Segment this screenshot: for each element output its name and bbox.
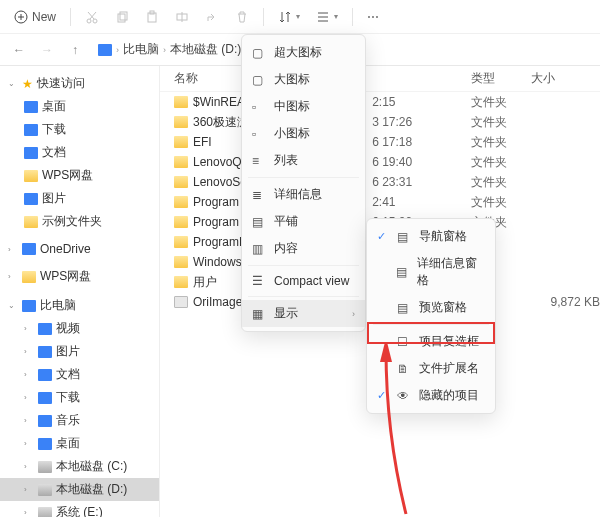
view-option-icon: ▫ [252,127,266,141]
sort-button[interactable]: ▾ [272,6,306,28]
table-row[interactable]: 360极速浏览器下载3 17:26文件夹 [160,112,600,132]
new-button[interactable]: New [8,6,62,28]
breadcrumb-item[interactable]: 本地磁盘 (D:) [170,41,241,58]
col-size[interactable]: 大小 [531,70,600,87]
menu-item-show[interactable]: ☐项目复选框 [367,328,495,355]
drive-icon [38,461,52,473]
table-row[interactable]: LenovoQMDownload6 19:40文件夹 [160,152,600,172]
menu-item-view[interactable]: ▤平铺 [242,208,365,235]
file-date: 2:41 [372,195,471,209]
col-date[interactable] [372,70,471,87]
sidebar-item-pictures[interactable]: 图片 [0,187,159,210]
menu-item-show[interactable]: ✓👁隐藏的项目 [367,382,495,409]
menu-label: 文件扩展名 [419,360,479,377]
option-icon: ▤ [397,301,411,315]
sidebar-item-videos[interactable]: ›视频 [0,317,159,340]
chevron-right-icon: › [24,416,34,425]
menu-label: Compact view [274,274,349,288]
paste-button[interactable] [139,6,165,28]
sidebar-item-downloads[interactable]: 下载 [0,118,159,141]
sidebar-wps-cloud[interactable]: ›WPS网盘 [0,265,159,288]
menu-item-view[interactable]: ▫中图标 [242,93,365,120]
menu-item-view[interactable]: ☰Compact view [242,269,365,293]
drive-icon [38,484,52,496]
more-button[interactable]: ⋯ [361,6,385,28]
sidebar-this-pc[interactable]: ⌄比电脑 [0,294,159,317]
menu-item-display[interactable]: ▦ 显示 › [242,300,365,327]
menu-item-view[interactable]: ▢超大图标 [242,39,365,66]
col-type[interactable]: 类型 [471,70,530,87]
drive-icon [38,507,52,518]
sidebar-item-desktop[interactable]: ›桌面 [0,432,159,455]
table-row[interactable]: EFI6 17:18文件夹 [160,132,600,152]
videos-icon [38,323,52,335]
downloads-icon [38,392,52,404]
desktop-icon [38,438,52,450]
delete-button[interactable] [229,6,255,28]
menu-item-show[interactable]: ▤预览窗格 [367,294,495,321]
view-button[interactable]: ▾ [310,6,344,28]
sidebar-label: 比电脑 [40,297,76,314]
menu-item-view[interactable]: ▥内容 [242,235,365,262]
pictures-icon [24,193,38,205]
star-icon: ★ [22,77,33,91]
file-type: 文件夹 [471,174,530,191]
desktop-icon [24,101,38,113]
table-row[interactable]: $WinREAgent2:15文件夹 [160,92,600,112]
sidebar-item-documents[interactable]: 文档 [0,141,159,164]
plus-icon [14,10,28,24]
option-icon: ▤ [397,230,411,244]
file-name: OriImage [193,295,242,309]
sidebar-item-desktop[interactable]: 桌面 [0,95,159,118]
svg-rect-3 [118,14,125,22]
copy-button[interactable] [109,6,135,28]
view-icon [316,10,330,24]
menu-item-view[interactable]: ≣详细信息 [242,181,365,208]
sidebar-item-sample[interactable]: 示例文件夹 [0,210,159,233]
file-name: Windows [193,255,242,269]
menu-item-view[interactable]: ▢大图标 [242,66,365,93]
sidebar-item-downloads[interactable]: ›下载 [0,386,159,409]
folder-icon [174,256,188,268]
copy-icon [115,10,129,24]
column-headers: 名称 类型 大小 [160,66,600,92]
display-icon: ▦ [252,307,266,321]
folder-icon [24,216,38,228]
share-button[interactable] [199,6,225,28]
sidebar-onedrive[interactable]: ›OneDrive [0,239,159,259]
sidebar: ⌄★快速访问 桌面 下载 文档 WPS网盘 图片 示例文件夹 ›OneDrive… [0,66,160,517]
sidebar-item-drive-e[interactable]: ›系统 (E:) [0,501,159,517]
view-option-icon: ▥ [252,242,266,256]
sidebar-item-wps[interactable]: WPS网盘 [0,164,159,187]
sidebar-item-drive-d[interactable]: ›本地磁盘 (D:) [0,478,159,501]
cut-button[interactable] [79,6,105,28]
rename-button[interactable] [169,6,195,28]
menu-item-view[interactable]: ≡列表 [242,147,365,174]
forward-button[interactable]: → [36,43,58,57]
sidebar-label: 桌面 [42,98,66,115]
chevron-right-icon: › [24,324,34,333]
sidebar-item-documents[interactable]: ›文档 [0,363,159,386]
menu-separator [248,296,359,297]
check-icon: ✓ [377,230,389,243]
option-icon: 🗎 [397,362,411,376]
up-button[interactable]: ↑ [64,43,86,57]
back-button[interactable]: ← [8,43,30,57]
menu-item-show[interactable]: ✓▤导航窗格 [367,223,495,250]
svg-point-1 [87,19,91,23]
breadcrumb-item[interactable]: 比电脑 [123,41,159,58]
menu-item-show[interactable]: ▤详细信息窗格 [367,250,495,294]
file-size: 9,872 KB [531,295,600,309]
sidebar-item-drive-c[interactable]: ›本地磁盘 (C:) [0,455,159,478]
view-menu: ▢超大图标▢大图标▫中图标▫小图标≡列表≣详细信息▤平铺▥内容☰Compact … [241,34,366,332]
table-row[interactable]: LenovoSoftstore6 23:31文件夹 [160,172,600,192]
sidebar-item-pictures[interactable]: ›图片 [0,340,159,363]
table-row[interactable]: Program Files2:41文件夹 [160,192,600,212]
sidebar-item-music[interactable]: ›音乐 [0,409,159,432]
menu-item-show[interactable]: 🗎文件扩展名 [367,355,495,382]
view-option-icon: ☰ [252,274,266,288]
svg-point-2 [93,19,97,23]
cloud-icon [22,243,36,255]
sidebar-quick-access[interactable]: ⌄★快速访问 [0,72,159,95]
menu-item-view[interactable]: ▫小图标 [242,120,365,147]
